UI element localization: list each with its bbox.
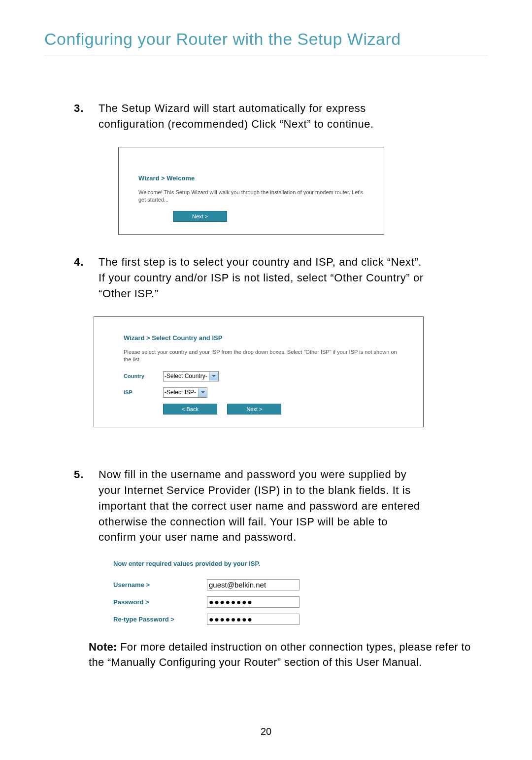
step-3-text: The Setup Wizard will start automaticall… bbox=[99, 101, 429, 132]
retype-password-row: Re-type Password > ●●●●●●●● bbox=[113, 614, 488, 625]
chevron-down-icon bbox=[198, 388, 207, 397]
username-value: guest@belkin.net bbox=[209, 581, 266, 589]
country-label: Country bbox=[124, 373, 163, 379]
username-label: Username > bbox=[113, 581, 207, 588]
isp-select-value: -Select ISP- bbox=[165, 389, 198, 396]
step-4: 4. The first step is to select your coun… bbox=[74, 254, 488, 302]
step-4-number: 4. bbox=[74, 254, 99, 302]
step-5-text: Now fill in the username and password yo… bbox=[99, 467, 429, 545]
isp-credentials-panel: Now enter required values provided by yo… bbox=[113, 560, 488, 625]
next-button[interactable]: Next > bbox=[173, 211, 227, 222]
retype-password-value: ●●●●●●●● bbox=[209, 616, 253, 623]
password-value: ●●●●●●●● bbox=[209, 598, 253, 606]
wizard-country-isp-title: Wizard > Select Country and ISP bbox=[124, 334, 403, 342]
wizard-welcome-desc: Welcome! This Setup Wizard will walk you… bbox=[138, 189, 364, 204]
country-select-value: -Select Country- bbox=[165, 373, 209, 380]
note-text: For more detailed instruction on other c… bbox=[89, 641, 470, 668]
document-page: Configuring your Router with the Setup W… bbox=[0, 0, 532, 760]
note-paragraph: Note: For more detailed instruction on o… bbox=[89, 640, 488, 670]
chevron-down-icon bbox=[209, 372, 218, 380]
retype-password-input[interactable]: ●●●●●●●● bbox=[207, 614, 299, 625]
password-input[interactable]: ●●●●●●●● bbox=[207, 596, 299, 608]
wizard-country-isp-desc: Please select your country and your ISP … bbox=[124, 348, 403, 363]
country-select[interactable]: -Select Country- bbox=[163, 371, 219, 381]
isp-select[interactable]: -Select ISP- bbox=[163, 387, 207, 398]
step-3-number: 3. bbox=[74, 101, 99, 132]
next-button[interactable]: Next > bbox=[227, 404, 281, 415]
wizard-welcome-title: Wizard > Welcome bbox=[138, 174, 364, 182]
step-4-text: The first step is to select your country… bbox=[99, 254, 429, 302]
page-title: Configuring your Router with the Setup W… bbox=[44, 30, 488, 56]
password-label: Password > bbox=[113, 598, 207, 606]
isp-label: ISP bbox=[124, 389, 163, 395]
isp-row: ISP -Select ISP- bbox=[124, 387, 403, 398]
password-row: Password > ●●●●●●●● bbox=[113, 596, 488, 608]
step-3: 3. The Setup Wizard will start automatic… bbox=[74, 101, 488, 132]
isp-credentials-title: Now enter required values provided by yo… bbox=[113, 560, 488, 567]
step-5-number: 5. bbox=[74, 467, 99, 545]
username-input[interactable]: guest@belkin.net bbox=[207, 579, 299, 590]
username-row: Username > guest@belkin.net bbox=[113, 579, 488, 590]
back-button[interactable]: < Back bbox=[163, 404, 217, 415]
wizard-country-isp-screenshot: Wizard > Select Country and ISP Please s… bbox=[94, 316, 424, 427]
wizard-welcome-screenshot: Wizard > Welcome Welcome! This Setup Wiz… bbox=[118, 147, 384, 235]
page-number: 20 bbox=[0, 726, 532, 737]
country-row: Country -Select Country- bbox=[124, 371, 403, 381]
note-bold: Note: bbox=[89, 641, 117, 653]
retype-password-label: Re-type Password > bbox=[113, 616, 207, 623]
step-5: 5. Now fill in the username and password… bbox=[74, 467, 488, 545]
